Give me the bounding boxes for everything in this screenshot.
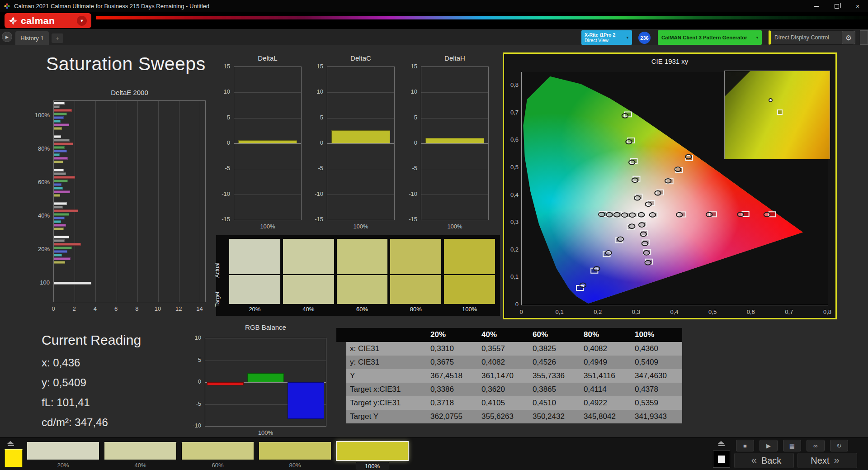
table-cell: 367,4518: [427, 369, 478, 383]
footer-swatch-20%[interactable]: 20%: [27, 442, 99, 470]
grid-line: [200, 101, 200, 302]
titlebar: Calman 2021 Calman Ultimate for Business…: [0, 0, 868, 12]
y-tick-label: 5: [401, 114, 417, 122]
meter-count-badge: 236: [638, 32, 651, 44]
x-tick-label: 0,8: [820, 309, 835, 315]
cie-panel: CIE 1931 xy: [503, 52, 837, 319]
footer-swatch-80%[interactable]: 80%: [259, 442, 331, 470]
chevron-down-icon: ▼: [623, 36, 632, 40]
cie-measured-point: [622, 114, 628, 118]
x-tick-label: 0,2: [590, 309, 605, 315]
back-button[interactable]: « Back: [734, 453, 794, 468]
bar: [54, 116, 64, 119]
x-axis-label: 100%: [205, 429, 326, 436]
add-tab-button[interactable]: +: [52, 33, 63, 43]
swatch-label: 20%: [229, 304, 280, 314]
table-cell: 0,4949: [580, 356, 631, 369]
y-tick-label: 0,3: [505, 218, 519, 225]
meter-dropdown[interactable]: X-Rite i1Pro 2 Direct View ▼: [581, 30, 632, 45]
bar: [54, 209, 78, 212]
display-control-dropdown[interactable]: Direct Display Control ▼: [769, 30, 854, 45]
grid-line: [137, 101, 138, 302]
y-tick-label: 0,8: [505, 81, 519, 88]
calman-menu-button[interactable]: calman ▼: [5, 13, 91, 28]
target-row-label: Target: [220, 279, 227, 307]
table-row: Y367,4518361,1470355,7336351,4116347,463…: [336, 369, 684, 383]
eject-icon[interactable]: [7, 441, 14, 446]
grid-line: [421, 195, 488, 195]
next-label: Next: [811, 456, 829, 466]
y-tick-label: 100%: [25, 111, 50, 119]
play-button[interactable]: ▶: [760, 440, 778, 451]
y-tick-label: 0,6: [505, 136, 519, 143]
x-tick-label: 6: [110, 305, 123, 313]
pattern-window-button[interactable]: [713, 451, 730, 468]
tab-history-1[interactable]: History 1: [15, 31, 49, 45]
grid-line: [205, 361, 326, 361]
save-button[interactable]: ▦: [783, 440, 801, 451]
y-tick-label: 20%: [25, 245, 50, 253]
actual-swatch: [283, 239, 334, 274]
next-button[interactable]: Next »: [797, 453, 857, 468]
footer-swatch-40%[interactable]: 40%: [104, 442, 177, 470]
y-tick-label: -10: [214, 190, 230, 198]
display-control-label: Direct Display Control: [774, 34, 829, 41]
bar: [54, 213, 69, 216]
bar: [54, 206, 63, 209]
grid-line: [421, 118, 488, 119]
table-corner-cell: [336, 369, 346, 383]
y-tick-label: -15: [307, 215, 323, 223]
collapsed-panel-edge[interactable]: [860, 30, 868, 45]
cie-measured-point: [634, 196, 641, 200]
x-tick-label: 0,3: [629, 309, 643, 315]
footer-swatch-60%[interactable]: 60%: [181, 442, 254, 470]
cie-measured-point: [764, 213, 770, 217]
swatch-label: 80%: [390, 304, 441, 314]
window-title: Calman 2021 Calman Ultimate for Business…: [14, 3, 209, 9]
stop-button[interactable]: ■: [736, 440, 754, 451]
refresh-button[interactable]: ↻: [830, 440, 848, 451]
bar: [54, 123, 69, 126]
target-swatch: [444, 275, 495, 304]
swatch-label: 40%: [283, 304, 334, 314]
minimize-button[interactable]: [806, 0, 826, 12]
page-title: Saturation Sweeps: [46, 53, 206, 75]
y-tick-label: 5: [307, 114, 323, 122]
footer-swatch-100%[interactable]: 100%: [336, 442, 409, 470]
x-axis-label: 100%: [234, 223, 302, 230]
close-button[interactable]: ×: [847, 0, 868, 12]
cie-measured-point: [643, 251, 650, 255]
pattern-generator-dropdown[interactable]: CalMAN Client 3 Pattern Generator ▼: [658, 30, 762, 45]
pattern-window-icon: [718, 456, 725, 463]
grid-line: [327, 143, 394, 144]
calman-pinwheel-icon: [9, 17, 17, 25]
swatch-label: 60%: [181, 462, 254, 469]
restore-button[interactable]: [826, 0, 847, 12]
loop-button[interactable]: ∞: [807, 440, 825, 451]
back-label: Back: [761, 456, 781, 466]
bar: [54, 247, 72, 249]
grid-line: [234, 195, 301, 195]
save-icon: ▦: [789, 442, 795, 449]
y-tick-label: 0,5: [505, 164, 519, 171]
expand-panel-button[interactable]: ▶: [2, 32, 12, 42]
x-tick-label: 10: [151, 305, 164, 313]
bar: [54, 257, 71, 260]
pattern-color-button[interactable]: [5, 449, 23, 467]
cie-measured-point: [599, 212, 605, 217]
grid-line: [234, 92, 301, 93]
bar: [54, 127, 62, 130]
chevron-down-icon: ▼: [753, 36, 762, 40]
bar: [54, 102, 65, 104]
settings-button[interactable]: ⚙: [842, 31, 855, 44]
bar: [331, 130, 390, 143]
cie-measured-point: [676, 213, 683, 217]
window-controls: ×: [806, 0, 868, 12]
x-tick-label: 0,1: [552, 309, 567, 315]
y-tick-label: 5: [214, 114, 230, 122]
cie-measured-point: [685, 154, 692, 159]
actual-swatch: [444, 239, 495, 274]
eject-icon[interactable]: [718, 441, 725, 446]
rgb-balance-chart: RGB Balance 100% 1050-5-10: [177, 323, 330, 445]
bar: [207, 382, 244, 385]
